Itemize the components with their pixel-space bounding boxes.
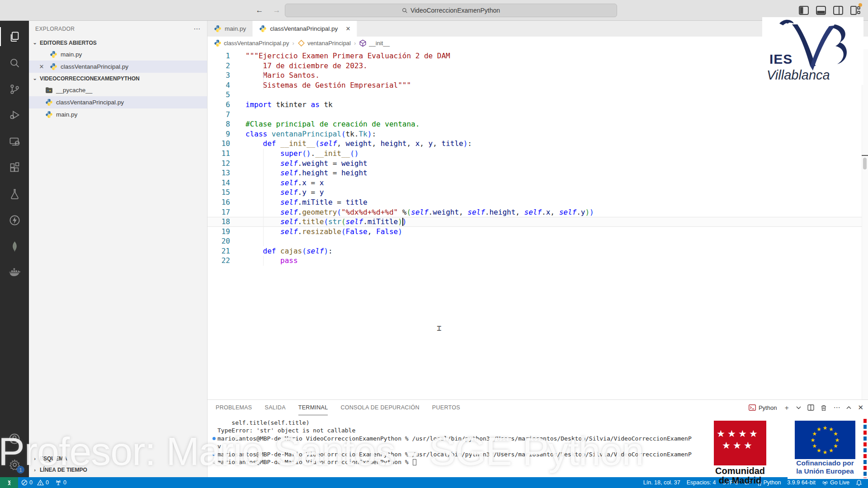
code-line-21[interactable]: 21 def cajas(self): xyxy=(208,246,868,256)
tree-item[interactable]: ✕classVentanaPrincipal.py xyxy=(29,61,207,73)
code-line-12[interactable]: 12 self.weight = weight xyxy=(208,159,868,169)
code-line-20[interactable]: 20 xyxy=(208,236,868,246)
decorative-dashed-strip xyxy=(863,418,868,479)
line-number: 13 xyxy=(208,168,230,178)
code-line-18[interactable]: 18 self.title(str(self.miTitle)) xyxy=(208,217,868,227)
python-crumb-icon xyxy=(214,39,222,47)
code-line-10[interactable]: 10 def __init__(self, weight, height, x,… xyxy=(208,139,868,149)
tab-classVentanaPrincipal.py[interactable]: classVentanaPrincipal.py✕ xyxy=(253,21,357,37)
remote-indicator[interactable] xyxy=(0,477,18,488)
code-line-14[interactable]: 14 self.x = x xyxy=(208,178,868,188)
panel-tab-terminal[interactable]: TERMINAL xyxy=(298,400,328,415)
method-symbol-icon xyxy=(359,39,367,47)
search-panel-icon[interactable] xyxy=(0,50,29,76)
panel-tab-puertos[interactable]: PUERTOS xyxy=(432,400,460,415)
watermark-text: Profesor: Mario Santos - SGE Python xyxy=(0,428,643,474)
problems-status[interactable]: 0 0 xyxy=(18,477,52,488)
terminal-profile[interactable]: Python xyxy=(749,404,777,411)
code-line-8[interactable]: 8#Clase principal de creación de ventana… xyxy=(208,119,868,129)
maximize-panel-icon[interactable] xyxy=(846,406,851,409)
panel-tab-consola-de-depuraci-n[interactable]: CONSOLA DE DEPURACIÓN xyxy=(340,400,419,415)
file-icon-holder xyxy=(45,111,53,118)
panel-tab-problemas[interactable]: PROBLEMAS xyxy=(216,400,252,415)
code-text: self.resizable(False, False) xyxy=(245,227,402,236)
section-header-videocorreccionexamenpython[interactable]: ⌄VIDEOCORRECCIONEXAMENPYTHON xyxy=(29,73,207,84)
tree-item[interactable]: main.py xyxy=(29,48,207,61)
breadcrumb-item[interactable]: __init__ xyxy=(359,39,390,47)
remote-explorer-icon[interactable] xyxy=(0,128,29,155)
code-text: 17 de diciembre de 2023. xyxy=(245,61,368,70)
search-icon xyxy=(402,8,408,14)
code-text: self.height = height xyxy=(245,169,368,177)
panel-header: PROBLEMASSALIDATERMINALCONSOLA DE DEPURA… xyxy=(208,400,868,415)
python-file-icon xyxy=(214,39,222,47)
testing-icon[interactable] xyxy=(0,181,29,207)
code-text: self.x = x xyxy=(245,178,324,187)
sidebar-actions-icon[interactable]: ⋯ xyxy=(193,25,201,33)
code-line-11[interactable]: 11 super().__init__() xyxy=(208,149,868,159)
explorer-icon[interactable] xyxy=(0,23,29,50)
panel-tab-salida[interactable]: SALIDA xyxy=(265,400,286,415)
new-terminal-icon[interactable]: ＋ xyxy=(783,404,790,412)
code-editor[interactable]: 1"""Ejercicio Examen Primera Evaluación … xyxy=(208,49,868,399)
split-terminal-icon[interactable] xyxy=(807,404,814,411)
ports-status[interactable]: 0 xyxy=(52,477,70,488)
tab-close-icon[interactable]: ✕ xyxy=(345,25,350,32)
close-editor-icon[interactable]: ✕ xyxy=(38,63,45,70)
panel-more-icon[interactable]: ⋯ xyxy=(833,404,840,412)
code-line-5[interactable]: 5 xyxy=(208,90,868,100)
scrollbar-thumb[interactable] xyxy=(863,158,867,169)
class-crumb-icon xyxy=(297,39,305,47)
svg-text:★: ★ xyxy=(835,437,840,443)
indent-guide xyxy=(263,149,264,159)
breadcrumb-item[interactable]: ventanaPrincipal xyxy=(297,39,351,47)
section-label: VIDEOCORRECCIONEXAMENPYTHON xyxy=(40,75,140,82)
command-center-search[interactable]: VideoCorreccionExamenPython xyxy=(285,4,617,17)
section-chevron-icon: ⌄ xyxy=(32,40,38,46)
thunder-client-icon[interactable] xyxy=(0,207,29,233)
customize-layout-icon[interactable] xyxy=(849,5,861,16)
tab-label: main.py xyxy=(225,25,246,32)
section-header-editores-abiertos[interactable]: ⌄EDITORES ABIERTOS xyxy=(29,37,207,48)
errors-count: 0 xyxy=(29,479,33,486)
code-line-17[interactable]: 17 self.geometry("%dx%d+%d+%d" %(self.we… xyxy=(208,207,868,217)
code-text: self.title(str(self.miTitle)) xyxy=(245,217,406,226)
mongodb-icon[interactable] xyxy=(0,233,29,259)
line-number: 14 xyxy=(208,178,230,188)
code-line-16[interactable]: 16 self.miTitle = title xyxy=(208,197,868,207)
kill-terminal-icon[interactable] xyxy=(821,404,827,411)
ports-icon xyxy=(55,479,61,486)
run-debug-icon[interactable] xyxy=(0,102,29,128)
code-line-6[interactable]: 6import tkinter as tk xyxy=(208,100,868,110)
code-line-15[interactable]: 15 self.y = y xyxy=(208,188,868,197)
svg-text:★: ★ xyxy=(823,425,828,431)
tree-item[interactable]: classVentanaPrincipal.py xyxy=(29,96,207,108)
code-text: self.miTitle = title xyxy=(245,198,368,206)
tree-item-label: main.py xyxy=(56,111,77,118)
toggle-sidebar-icon[interactable] xyxy=(798,5,809,16)
extensions-icon[interactable] xyxy=(0,155,29,181)
tab-main.py[interactable]: main.py xyxy=(208,21,253,37)
code-line-19[interactable]: 19 self.resizable(False, False) xyxy=(208,227,868,237)
breadcrumb-item[interactable]: classVentanaPrincipal.py xyxy=(214,39,289,47)
forward-button[interactable]: → xyxy=(270,4,283,17)
close-panel-icon[interactable]: ✕ xyxy=(858,404,863,412)
line-number: 16 xyxy=(208,197,230,207)
docker-icon[interactable] xyxy=(0,259,29,286)
source-control-icon[interactable] xyxy=(0,76,29,102)
code-line-22[interactable]: 22 pass xyxy=(208,256,868,266)
toggle-panel-icon[interactable] xyxy=(815,5,826,16)
code-line-7[interactable]: 7 xyxy=(208,110,868,120)
back-button[interactable]: ← xyxy=(253,4,266,17)
editor-scrollbar[interactable] xyxy=(862,49,868,399)
tree-item[interactable]: main.py xyxy=(29,108,207,121)
python-file-icon xyxy=(50,63,57,70)
code-line-9[interactable]: 9class ventanaPrincipal(tk.Tk): xyxy=(208,129,868,139)
tree-item[interactable]: __pycache__ xyxy=(29,84,207,96)
line-number: 7 xyxy=(208,110,230,120)
terminal-dropdown-icon[interactable] xyxy=(796,406,801,409)
code-line-13[interactable]: 13 self.height = height xyxy=(208,168,868,178)
python-file-icon xyxy=(214,25,222,33)
toggle-secondary-sidebar-icon[interactable] xyxy=(832,5,844,16)
status-l-n-18-col-37[interactable]: Lín. 18, col. 37 xyxy=(640,477,684,488)
